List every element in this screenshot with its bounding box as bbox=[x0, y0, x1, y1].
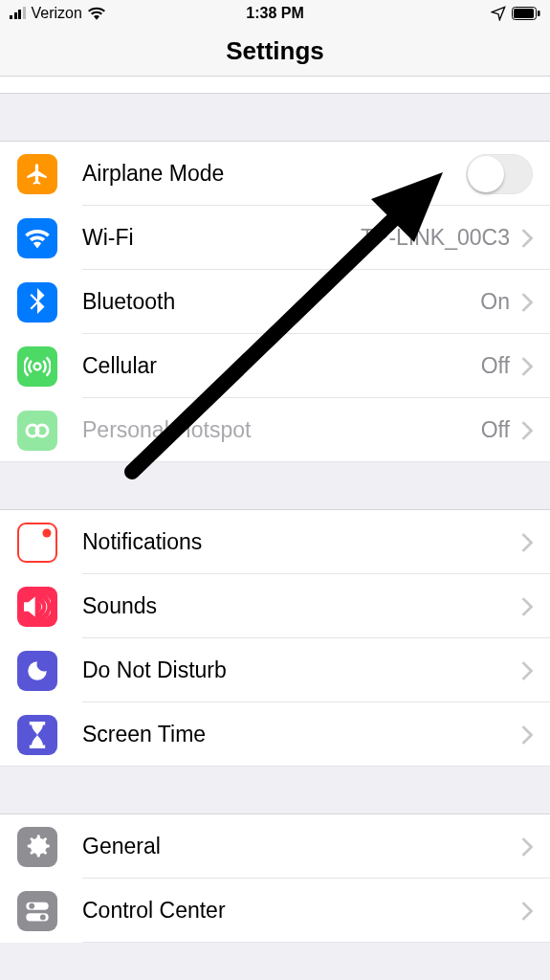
bluetooth-icon bbox=[17, 282, 57, 323]
carrier-label: Verizon bbox=[32, 5, 82, 22]
airplane-toggle[interactable] bbox=[466, 154, 533, 194]
row-notifications[interactable]: Notifications bbox=[0, 510, 550, 574]
group-gap bbox=[0, 462, 550, 510]
airplane-icon bbox=[17, 154, 57, 194]
svg-point-5 bbox=[42, 528, 51, 537]
chevron-right-icon bbox=[521, 533, 533, 552]
cellular-detail: Off bbox=[481, 353, 510, 379]
chevron-right-icon bbox=[521, 902, 533, 921]
row-do-not-disturb[interactable]: Do Not Disturb bbox=[0, 638, 550, 702]
chevron-right-icon bbox=[521, 421, 533, 440]
bluetooth-label: Bluetooth bbox=[82, 289, 480, 315]
spacer bbox=[0, 77, 550, 94]
status-left: Verizon bbox=[10, 5, 105, 22]
airplane-label: Airplane Mode bbox=[82, 161, 466, 187]
svg-rect-1 bbox=[514, 9, 534, 18]
page-title: Settings bbox=[226, 36, 324, 66]
row-screen-time[interactable]: Screen Time bbox=[0, 702, 550, 767]
chevron-right-icon bbox=[521, 725, 533, 745]
controlcenter-label: Control Center bbox=[82, 898, 521, 924]
row-airplane-mode[interactable]: Airplane Mode bbox=[0, 142, 550, 206]
row-wifi[interactable]: Wi-Fi TP-LINK_00C3 bbox=[0, 206, 550, 270]
hotspot-detail: Off bbox=[481, 417, 510, 443]
svg-point-9 bbox=[40, 914, 46, 920]
hotspot-icon bbox=[17, 411, 57, 451]
hotspot-label: Personal Hotspot bbox=[82, 417, 481, 443]
row-sounds[interactable]: Sounds bbox=[0, 574, 550, 638]
title-bar: Settings bbox=[0, 27, 550, 77]
row-general[interactable]: General bbox=[0, 814, 550, 879]
row-bluetooth[interactable]: Bluetooth On bbox=[0, 270, 550, 334]
wifi-settings-icon bbox=[17, 218, 57, 258]
sounds-label: Sounds bbox=[82, 593, 521, 619]
status-time: 1:38 PM bbox=[246, 5, 303, 22]
sounds-icon bbox=[17, 587, 57, 627]
chevron-right-icon bbox=[521, 293, 533, 312]
svg-point-7 bbox=[29, 902, 34, 908]
status-right bbox=[491, 6, 540, 21]
chevron-right-icon bbox=[521, 597, 533, 616]
location-icon bbox=[491, 6, 506, 21]
signal-icon bbox=[10, 8, 26, 19]
wifi-icon bbox=[88, 7, 105, 20]
row-control-center[interactable]: Control Center bbox=[0, 879, 550, 943]
battery-icon bbox=[512, 7, 540, 20]
group-gap bbox=[0, 94, 550, 142]
chevron-right-icon bbox=[521, 357, 533, 376]
dnd-label: Do Not Disturb bbox=[82, 657, 521, 683]
control-center-icon bbox=[17, 891, 57, 931]
gear-icon bbox=[17, 827, 57, 867]
general-label: General bbox=[82, 834, 521, 859]
notifications-icon bbox=[17, 523, 57, 563]
wifi-detail: TP-LINK_00C3 bbox=[361, 225, 510, 251]
chevron-right-icon bbox=[521, 229, 533, 248]
moon-icon bbox=[17, 651, 57, 691]
hourglass-icon bbox=[17, 715, 57, 755]
wifi-label: Wi-Fi bbox=[82, 225, 361, 251]
screentime-label: Screen Time bbox=[82, 722, 521, 747]
chevron-right-icon bbox=[521, 661, 533, 680]
cellular-icon bbox=[17, 346, 57, 387]
row-cellular[interactable]: Cellular Off bbox=[0, 334, 550, 398]
cellular-label: Cellular bbox=[82, 353, 481, 379]
notifications-label: Notifications bbox=[82, 529, 521, 555]
group-gap bbox=[0, 767, 550, 814]
status-bar: Verizon 1:38 PM bbox=[0, 0, 550, 27]
svg-rect-2 bbox=[538, 11, 540, 16]
chevron-right-icon bbox=[521, 837, 533, 857]
row-personal-hotspot[interactable]: Personal Hotspot Off bbox=[0, 398, 550, 462]
bluetooth-detail: On bbox=[480, 289, 510, 315]
